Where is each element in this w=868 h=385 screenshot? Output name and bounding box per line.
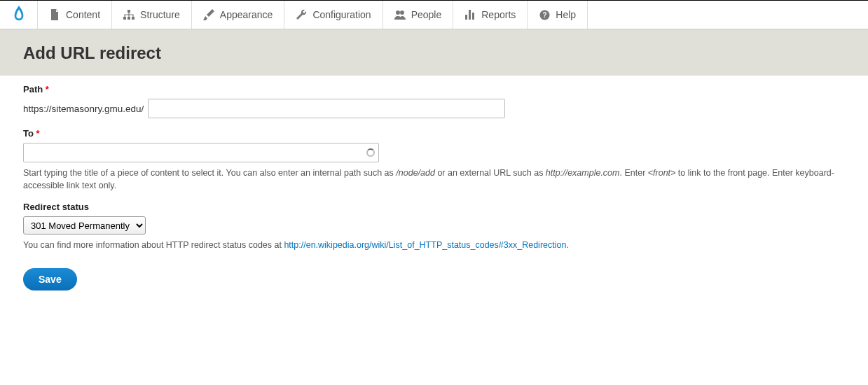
form-item-to: To * Start typing the title of a piece o… xyxy=(23,128,845,192)
form-content: Path * https://sitemasonry.gmu.edu/ To *… xyxy=(0,76,868,312)
page-title: Add URL redirect xyxy=(23,43,850,63)
svg-rect-0 xyxy=(128,10,130,13)
toolbar-item-people[interactable]: People xyxy=(383,1,454,29)
save-button[interactable]: Save xyxy=(23,268,77,290)
required-mark: * xyxy=(36,128,40,139)
toolbar-item-label: People xyxy=(411,9,442,20)
help-icon: ? xyxy=(539,9,550,20)
path-prefix: https://sitemasonry.gmu.edu/ xyxy=(23,104,144,114)
toolbar-item-label: Content xyxy=(66,9,100,20)
toolbar-item-structure[interactable]: Structure xyxy=(112,1,192,29)
drupal-logo[interactable] xyxy=(0,1,38,29)
svg-rect-3 xyxy=(132,17,135,20)
toolbar-item-label: Configuration xyxy=(312,9,371,20)
to-label: To * xyxy=(23,128,845,139)
svg-rect-2 xyxy=(128,17,130,20)
file-icon xyxy=(49,9,60,20)
autocomplete-throbber-icon xyxy=(366,148,375,157)
to-input[interactable] xyxy=(23,143,379,162)
page-header: Add URL redirect xyxy=(0,29,868,76)
toolbar-item-label: Reports xyxy=(481,9,516,20)
toolbar-item-reports[interactable]: Reports xyxy=(453,1,528,29)
wrench-icon xyxy=(296,9,307,20)
http-status-codes-link[interactable]: http://en.wikipedia.org/wiki/List_of_HTT… xyxy=(284,240,566,250)
svg-rect-6 xyxy=(465,15,467,20)
bar-chart-icon xyxy=(464,9,476,20)
drupal-icon xyxy=(11,6,27,24)
toolbar-item-configuration[interactable]: Configuration xyxy=(284,1,383,29)
svg-rect-1 xyxy=(123,17,126,20)
redirect-status-label: Redirect status xyxy=(23,202,845,212)
structure-icon xyxy=(123,9,135,20)
svg-point-4 xyxy=(396,10,400,15)
required-mark: * xyxy=(46,84,49,94)
toolbar-item-help[interactable]: ? Help xyxy=(528,1,588,29)
form-item-path: Path * https://sitemasonry.gmu.edu/ xyxy=(23,84,845,118)
toolbar-item-label: Help xyxy=(556,9,576,20)
svg-rect-8 xyxy=(472,13,474,20)
toolbar-item-label: Structure xyxy=(140,9,180,20)
path-input[interactable] xyxy=(148,99,505,118)
svg-rect-7 xyxy=(469,10,471,20)
svg-text:?: ? xyxy=(542,11,546,19)
paintbrush-icon xyxy=(203,9,214,20)
toolbar-item-content[interactable]: Content xyxy=(38,1,112,29)
svg-point-5 xyxy=(400,10,404,15)
people-icon xyxy=(394,9,406,20)
redirect-status-select[interactable]: 301 Moved Permanently xyxy=(23,216,146,234)
toolbar-item-appearance[interactable]: Appearance xyxy=(192,1,285,29)
redirect-status-help-text: You can find more information about HTTP… xyxy=(23,239,845,251)
toolbar-item-label: Appearance xyxy=(220,9,273,20)
to-help-text: Start typing the title of a piece of con… xyxy=(23,167,845,192)
admin-toolbar: Content Structure Appearance Configurati… xyxy=(0,0,868,29)
form-item-redirect-status: Redirect status 301 Moved Permanently Yo… xyxy=(23,202,845,251)
path-label: Path * xyxy=(23,84,845,94)
